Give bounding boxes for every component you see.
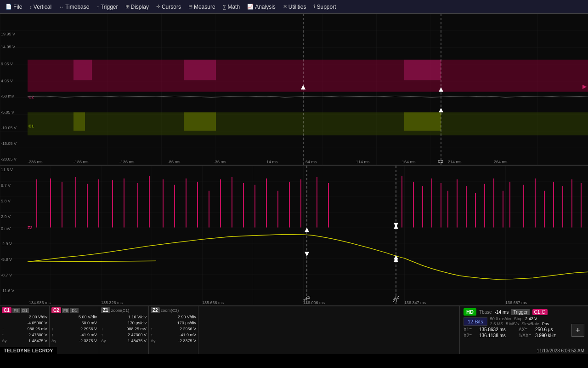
svg-text:-5.05 V: -5.05 V [1,110,14,115]
slewrate-val: Pos [542,322,549,326]
svg-text:164 ms: 164 ms [402,160,416,164]
bottom-waveform-svg: Z2 [0,166,588,305]
svg-text:264 ms: 264 ms [494,160,508,164]
inv-dx-label: 1/ΔX= [519,333,532,338]
c2-val1: 2.2956 V [55,326,97,332]
cursors-icon: ✛ [156,4,160,10]
svg-text:11.6 V: 11.6 V [1,167,13,172]
menu-display[interactable]: ⊞ Display [122,2,153,12]
srate2: 2.5 MS [490,322,503,326]
menu-analysis[interactable]: 📈 Analysis [243,2,279,12]
svg-text:135.326 ms: 135.326 ms [101,300,123,305]
svg-text:136.347 ms: 136.347 ms [404,300,426,305]
c1-badge: C1 [2,307,11,313]
tbase-label: Tbase [479,310,492,315]
z1-delta-label: Δy [101,338,107,344]
menu-file[interactable]: 📄 File [2,2,26,12]
math-icon: ∑ [223,4,226,10]
svg-text:114 ms: 114 ms [356,160,370,164]
svg-text:19.95 V: 19.95 V [1,32,15,36]
datetime: 11/13/2023 6:06:53 AM [537,348,584,353]
branding: TELEDYNE LECROY [0,347,57,354]
z2-badge: Z2 [151,307,160,313]
svg-text:C1: C1 [28,124,34,128]
add-channel-button[interactable]: + [571,324,584,337]
menu-vertical[interactable]: ↕ Vertical [26,2,55,12]
menu-cursors[interactable]: ✛ Cursors [153,2,185,12]
svg-text:-2.9 V: -2.9 V [1,242,12,246]
menu-math[interactable]: ∑ Math [219,2,244,12]
svg-text:-11.6 V: -11.6 V [1,288,14,293]
svg-text:9.95 V: 9.95 V [1,62,13,66]
svg-text:-36 ms: -36 ms [214,160,226,164]
svg-text:-50 mV: -50 mV [1,94,14,98]
z2-delta-label: Δy [151,338,157,344]
status-bar: C1 F8 D1 2.00 V/div -4.05000 V ↓ 988.25 … [0,306,588,354]
vertical-icon: ↕ [29,4,32,10]
srate-label: 50.0 ms/div [490,316,511,321]
svg-text:-186 ms: -186 ms [74,160,89,164]
c1-val2: 2.47300 V [5,332,48,338]
c2-delta: -2.3375 V [58,338,97,344]
svg-text:-8.7 V: -8.7 V [1,273,12,277]
dx-label: ΔX= [519,327,532,332]
svg-text:14 ms: 14 ms [266,160,278,164]
measure-icon: ⊟ [188,4,192,10]
menu-timebase[interactable]: ↔ Timebase [55,2,93,12]
inv-dx-val: 3.990 kHz [535,333,556,338]
svg-text:5.8 V: 5.8 V [1,199,11,203]
z2-val2: -41.9 mV [154,332,197,338]
svg-text:0 mV: 0 mV [1,226,11,231]
svg-text:-236 ms: -236 ms [28,160,43,164]
z1-zoom-label: zoom(C1) [111,308,130,313]
z2-arrow1: ↑ [151,326,153,332]
bottom-waveform: Z2 [0,166,588,306]
tbase-val: -14 ms [495,310,509,315]
analysis-icon: 📈 [247,4,254,10]
c2-arrow2: ↑ [51,332,54,338]
dx-val: 250.6 μs [535,327,553,332]
x2-val: 136.1138 ms [479,333,516,338]
bits-badge: 12 Bits [464,317,487,326]
trigger-channel: C1↓D [532,309,548,315]
svg-text:2.9 V: 2.9 V [1,214,11,219]
c1-d1: D1 [21,308,29,313]
svg-text:135.666 ms: 135.666 ms [202,300,224,305]
svg-text:136.687 ms: 136.687 ms [505,300,527,305]
svg-text:Z2: Z2 [305,295,310,299]
c2-info-block: C2 F8 D1 5.00 V/div 50.0 mV ↓ 2.2956 V ↑… [50,306,99,354]
menu-bar: 📄 File ↕ Vertical ↔ Timebase ↑ Trigger ⊞… [0,0,588,14]
c1-arrow2: ↑ [2,332,4,338]
svg-text:C2: C2 [28,95,34,99]
x2-label: X2= [464,333,476,338]
x1-label: X1= [464,327,476,332]
menu-trigger[interactable]: ↑ Trigger [93,2,121,12]
svg-text:8.7 V: 8.7 V [1,183,11,188]
file-icon: 📄 [6,4,12,10]
z1-arrow1: ↓ [101,326,103,332]
menu-support[interactable]: ℹ Support [310,2,339,12]
z1-val2: 2.47300 V [104,332,147,338]
c2-arrow1: ↓ [51,326,54,332]
menu-measure[interactable]: ⊟ Measure [185,2,219,12]
c2-badge: C2 [51,307,61,313]
top-waveform-svg: C2 C1 C2 -236 ms -186 ms -136 ms -86 ms … [0,14,588,165]
svg-text:-136 ms: -136 ms [119,160,135,164]
svg-text:-10.05 V: -10.05 V [1,126,17,130]
c2-d1: D1 [70,308,79,313]
svg-text:14.95 V: 14.95 V [1,45,15,49]
c2-val2: -41.9 mV [55,332,97,338]
svg-text:4.95 V: 4.95 V [1,79,13,83]
svg-text:-5.8 V: -5.8 V [1,257,12,262]
utilities-icon: ✕ [283,4,287,10]
svg-text:Z2: Z2 [28,225,32,230]
z1-tdiv: 170 μs/div [101,320,147,326]
menu-utilities[interactable]: ✕ Utilities [279,2,310,12]
svg-text:▶: ▶ [582,83,587,90]
srate3: 5 MS/s [506,322,519,326]
display-icon: ⊞ [125,4,130,10]
trigger-icon: ↑ [96,4,99,10]
support-icon: ℹ [313,4,315,10]
svg-text:Z2: Z2 [394,295,399,299]
hd-badge: HD [464,308,476,316]
